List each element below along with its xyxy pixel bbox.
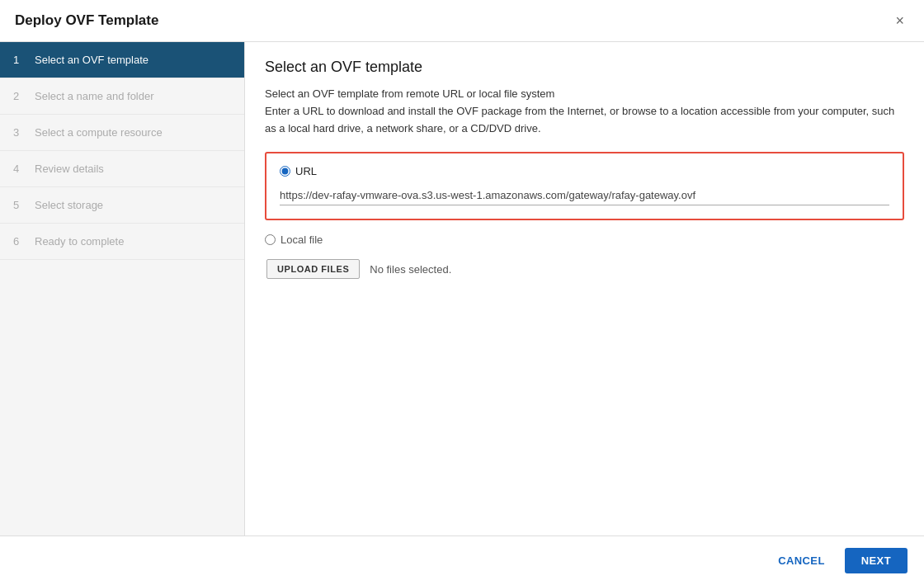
sidebar-item-storage[interactable]: 5 Select storage: [0, 187, 244, 224]
step-number-1: 1: [13, 54, 26, 66]
url-radio-row: URL: [280, 165, 889, 177]
sidebar-label-6: Ready to complete: [35, 235, 124, 248]
sidebar-label-2: Select a name and folder: [35, 90, 154, 102]
description-line1: Select an OVF template from remote URL o…: [265, 87, 554, 100]
deploy-ovf-dialog: Deploy OVF Template × 1 Select an OVF te…: [0, 0, 924, 585]
sidebar: 1 Select an OVF template 2 Select a name…: [0, 42, 245, 535]
upload-row: UPLOAD FILES No files selected.: [266, 259, 904, 279]
local-file-radio[interactable]: [265, 234, 276, 245]
sidebar-label-3: Select a compute resource: [35, 126, 163, 139]
dialog-header: Deploy OVF Template ×: [0, 0, 924, 42]
sidebar-item-select-ovf[interactable]: 1 Select an OVF template: [0, 42, 244, 78]
url-input[interactable]: [280, 186, 889, 205]
next-button[interactable]: NEXT: [845, 548, 908, 573]
page-title: Select an OVF template: [265, 59, 904, 76]
cancel-button[interactable]: CANCEL: [766, 548, 837, 573]
dialog-body: 1 Select an OVF template 2 Select a name…: [0, 42, 924, 535]
sidebar-item-name-folder[interactable]: 2 Select a name and folder: [0, 78, 244, 115]
url-radio[interactable]: [280, 166, 290, 177]
step-number-3: 3: [13, 126, 26, 139]
local-file-radio-row: Local file: [265, 234, 904, 246]
step-number-2: 2: [13, 90, 26, 102]
description-block: Select an OVF template from remote URL o…: [265, 86, 904, 137]
local-file-label[interactable]: Local file: [280, 234, 323, 246]
dialog-footer: CANCEL NEXT: [0, 535, 924, 585]
no-files-label: No files selected.: [370, 263, 451, 276]
url-radio-label[interactable]: URL: [295, 165, 317, 177]
description-line2: Enter a URL to download and install the …: [265, 105, 894, 134]
main-content-area: Select an OVF template Select an OVF tem…: [245, 42, 924, 535]
sidebar-item-compute[interactable]: 3 Select a compute resource: [0, 115, 244, 151]
sidebar-item-complete[interactable]: 6 Ready to complete: [0, 224, 244, 260]
sidebar-label-4: Review details: [35, 163, 104, 175]
step-number-4: 4: [13, 163, 26, 175]
upload-files-button[interactable]: UPLOAD FILES: [266, 259, 360, 279]
sidebar-item-review[interactable]: 4 Review details: [0, 151, 244, 187]
step-number-6: 6: [13, 235, 26, 248]
sidebar-label-1: Select an OVF template: [35, 54, 148, 66]
sidebar-label-5: Select storage: [35, 199, 103, 211]
url-option-box: URL: [265, 152, 904, 220]
close-button[interactable]: ×: [890, 12, 909, 30]
dialog-title: Deploy OVF Template: [15, 12, 158, 29]
step-number-5: 5: [13, 199, 26, 211]
